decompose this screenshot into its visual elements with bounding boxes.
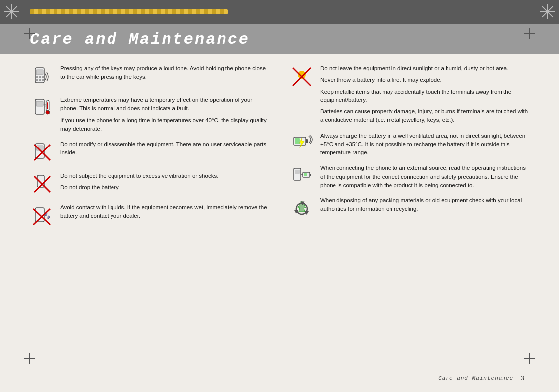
no-liquids-icon bbox=[30, 203, 55, 228]
recycling-icon bbox=[289, 196, 314, 221]
charging-icon bbox=[289, 132, 314, 156]
svg-rect-35 bbox=[295, 138, 300, 144]
deco-top-right: ✳ bbox=[539, 2, 556, 23]
left-column: Pressing any of the keys may produce a l… bbox=[30, 64, 270, 357]
svg-text:?: ? bbox=[43, 103, 47, 110]
list-item: Avoid contact with liquids. If the equip… bbox=[30, 203, 270, 228]
no-sunlight-icon bbox=[289, 64, 314, 89]
svg-rect-37 bbox=[295, 170, 300, 174]
svg-rect-11 bbox=[47, 102, 48, 109]
svg-rect-40 bbox=[304, 173, 307, 176]
thermometer-icon: ? bbox=[30, 96, 55, 121]
right-column: Do not leave the equipment in direct sun… bbox=[289, 64, 529, 357]
list-item: Pressing any of the keys may produce a l… bbox=[30, 64, 270, 89]
external-source-icon bbox=[289, 164, 314, 189]
svg-rect-9 bbox=[36, 101, 43, 106]
crosshair-top-left bbox=[24, 28, 35, 39]
recycling-text: When disposing of any packing materials … bbox=[320, 196, 529, 214]
svg-rect-4 bbox=[42, 76, 44, 78]
list-item: When connecting the phone to an external… bbox=[289, 164, 529, 190]
list-item: Do not subject the equipment to excessiv… bbox=[30, 172, 270, 196]
no-modify-text: Do not modify or disassemble the equipme… bbox=[60, 140, 270, 157]
svg-line-29 bbox=[296, 69, 298, 71]
temperature-text: Extreme temperatures may have a temporar… bbox=[60, 96, 270, 133]
list-item: Do not modify or disassemble the equipme… bbox=[30, 140, 270, 165]
list-item: Do not leave the equipment in direct sun… bbox=[289, 64, 529, 125]
svg-rect-7 bbox=[42, 79, 44, 81]
svg-rect-5 bbox=[36, 79, 38, 81]
title-area: Care and Maintenance bbox=[0, 24, 559, 54]
charging-text: Always charge the battery in a well vent… bbox=[320, 132, 529, 157]
list-item: Always charge the battery in a well vent… bbox=[289, 132, 529, 157]
svg-line-28 bbox=[306, 79, 307, 80]
top-bar bbox=[0, 0, 559, 24]
footer: Care and Maintenance 3 bbox=[0, 364, 559, 392]
page-number: 3 bbox=[520, 375, 524, 382]
deco-top-left: ✳ bbox=[3, 2, 20, 23]
list-item: When disposing of any packing materials … bbox=[289, 196, 529, 221]
svg-rect-3 bbox=[39, 76, 41, 78]
phone-keys-icon bbox=[30, 64, 55, 89]
svg-rect-1 bbox=[36, 70, 43, 75]
list-item: ? Extreme temperatures may have a tempor… bbox=[30, 96, 270, 133]
svg-rect-34 bbox=[306, 139, 308, 143]
svg-rect-6 bbox=[39, 79, 41, 81]
no-modify-icon bbox=[30, 140, 55, 165]
no-sunlight-text: Do not leave the equipment in direct sun… bbox=[320, 64, 529, 125]
external-source-text: When connecting the phone to an external… bbox=[320, 164, 529, 190]
svg-line-26 bbox=[306, 69, 307, 71]
no-liquids-text: Avoid contact with liquids. If the equip… bbox=[60, 203, 270, 221]
svg-rect-39 bbox=[310, 174, 311, 176]
svg-point-12 bbox=[46, 110, 50, 114]
crosshair-top-right bbox=[524, 28, 535, 39]
decorative-strip bbox=[30, 9, 228, 14]
no-vibration-icon bbox=[30, 172, 55, 196]
no-vibration-text: Do not subject the equipment to excessiv… bbox=[60, 172, 218, 192]
svg-rect-2 bbox=[36, 76, 38, 78]
footer-label: Care and Maintenance bbox=[438, 375, 513, 381]
phone-keys-text: Pressing any of the keys may produce a l… bbox=[60, 64, 270, 82]
main-content: Pressing any of the keys may produce a l… bbox=[0, 54, 559, 362]
page-title: Care and Maintenance bbox=[30, 30, 250, 49]
